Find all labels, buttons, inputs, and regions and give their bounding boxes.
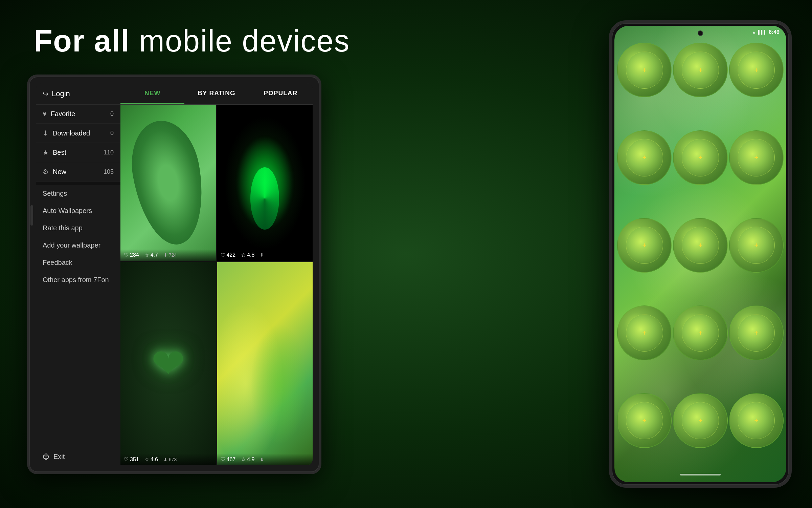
- sidebar-item-downloaded[interactable]: ⬇ Downloaded 0: [36, 124, 120, 143]
- lime-cell-12: [729, 305, 784, 360]
- tab-by-rating-label: BY RATING: [198, 89, 235, 97]
- lime-cell-15: [729, 393, 784, 448]
- hero-title: For all mobile devices: [34, 24, 350, 59]
- sidebar-item-feedback[interactable]: Feedback: [36, 254, 120, 271]
- tablet-body: ↪ Login ♥ Favorite 0 ⬇ Downloaded 0 ★ Be…: [27, 75, 321, 474]
- other-apps-label: Other apps from 7Fon: [43, 276, 109, 283]
- leaf-likes: ♡ 284: [124, 252, 139, 258]
- tab-by-rating[interactable]: BY RATING: [184, 83, 248, 104]
- tablet-device: ↪ Login ♥ Favorite 0 ⬇ Downloaded 0 ★ Be…: [27, 75, 321, 474]
- sidebar-item-auto-wallpapers[interactable]: Auto Wallpapers: [36, 202, 120, 219]
- phone-wallpaper: ▲ ▌▌▌ 6:49: [614, 26, 786, 482]
- wallpaper-grid: ♡ 284 ☆ 4.7 ⬇ 724 ♡ 422 ☆ 4.8 ⬇: [120, 105, 313, 465]
- sidebar-item-favorite[interactable]: ♥ Favorite 0: [36, 105, 120, 124]
- lime-cell-7: [617, 218, 672, 273]
- sidebar-item-exit[interactable]: ⏻ Exit: [36, 448, 120, 465]
- wallpaper-heart-overlay: ♡ 351 ☆ 4.6 ⬇ 673: [120, 453, 216, 465]
- lime-cell-6: [729, 130, 784, 185]
- abstract-downloads: ⬇: [260, 457, 264, 462]
- rate-app-label: Rate this app: [43, 224, 83, 232]
- heart-rating: ☆ 4.6: [144, 456, 158, 463]
- star-icon: ★: [43, 148, 49, 156]
- tablet-screen: ↪ Login ♥ Favorite 0 ⬇ Downloaded 0 ★ Be…: [36, 83, 313, 465]
- main-content: NEW BY RATING POPULAR ♡ 284 ☆ 4.7: [120, 83, 313, 465]
- login-button[interactable]: ↪ Login: [36, 83, 120, 105]
- wallpaper-heart[interactable]: ❤ ♡ 351 ☆ 4.6 ⬇ 673: [120, 262, 216, 466]
- leaf-rating: ☆ 4.7: [144, 252, 158, 258]
- tab-new-label: NEW: [144, 89, 160, 97]
- sidebar-separator: [36, 182, 120, 185]
- download-icon: ⬇: [43, 129, 48, 137]
- sidebar-item-settings[interactable]: Settings: [36, 185, 120, 202]
- wallpaper-leaf[interactable]: ♡ 284 ☆ 4.7 ⬇ 724: [120, 105, 216, 261]
- lime-cell-14: [673, 393, 727, 448]
- best-count: 110: [104, 149, 114, 156]
- tab-popular[interactable]: POPULAR: [249, 83, 313, 104]
- sidebar-item-best[interactable]: ★ Best 110: [36, 143, 120, 162]
- fractal-rating: ☆ 4.8: [241, 252, 254, 258]
- sidebar-item-add-wallpaper[interactable]: Add your wallpaper: [36, 237, 120, 254]
- lime-cell-5: [673, 130, 727, 185]
- sidebar-item-rate-app[interactable]: Rate this app: [36, 219, 120, 237]
- sidebar-item-other-apps[interactable]: Other apps from 7Fon: [36, 271, 120, 289]
- login-icon: ↪: [43, 90, 48, 98]
- phone-home-indicator: [680, 474, 721, 475]
- lime-cell-4: [617, 130, 672, 185]
- tab-new[interactable]: NEW: [120, 83, 184, 104]
- hero-bold: For all: [34, 24, 130, 58]
- abstract-rating: ☆ 4.9: [241, 456, 254, 463]
- gear-icon: ⚙: [43, 168, 49, 176]
- lime-cell-10: [617, 305, 672, 360]
- wallpaper-abstract-overlay: ♡ 467 ☆ 4.9 ⬇: [217, 453, 313, 465]
- phone-device: ▲ ▌▌▌ 6:49: [609, 20, 792, 488]
- feedback-label: Feedback: [43, 259, 72, 266]
- wallpaper-fractal[interactable]: ♡ 422 ☆ 4.8 ⬇: [217, 105, 313, 261]
- settings-label: Settings: [43, 190, 67, 197]
- leaf-downloads: ⬇ 724: [163, 252, 177, 258]
- tablet-volume-button: [30, 205, 33, 226]
- best-label: Best: [53, 149, 66, 156]
- sidebar-item-new[interactable]: ⚙ New 105: [36, 162, 120, 182]
- wifi-icon: ▲: [752, 30, 756, 35]
- phone-time: 6:49: [769, 29, 780, 35]
- phone-screen: ▲ ▌▌▌ 6:49: [614, 26, 786, 482]
- tab-bar: NEW BY RATING POPULAR: [120, 83, 313, 105]
- downloaded-count: 0: [110, 130, 114, 137]
- lime-cell-2: [673, 43, 727, 97]
- login-label: Login: [52, 89, 70, 98]
- add-wallpaper-label: Add your wallpaper: [43, 241, 100, 249]
- heart-likes: ♡ 351: [124, 456, 139, 463]
- fractal-downloads: ⬇: [260, 252, 264, 258]
- phone-status-bar: ▲ ▌▌▌ 6:49: [614, 26, 786, 37]
- lime-cell-11: [673, 305, 727, 360]
- downloaded-label: Downloaded: [52, 129, 90, 137]
- wallpaper-fractal-overlay: ♡ 422 ☆ 4.8 ⬇: [217, 249, 313, 261]
- heart-downloads: ⬇ 673: [163, 457, 177, 462]
- phone-body: ▲ ▌▌▌ 6:49: [609, 20, 792, 488]
- abstract-likes: ♡ 467: [221, 456, 236, 463]
- wallpaper-leaf-overlay: ♡ 284 ☆ 4.7 ⬇ 724: [120, 249, 216, 261]
- sidebar: ↪ Login ♥ Favorite 0 ⬇ Downloaded 0 ★ Be…: [36, 83, 120, 465]
- new-label: New: [53, 168, 66, 176]
- auto-wallpapers-label: Auto Wallpapers: [43, 207, 92, 214]
- tab-popular-label: POPULAR: [264, 89, 297, 97]
- lime-wallpaper-grid: [614, 26, 786, 482]
- heart-shape: ❤: [151, 340, 185, 387]
- wallpaper-abstract[interactable]: ♡ 467 ☆ 4.9 ⬇: [217, 262, 313, 466]
- favorite-label: Favorite: [51, 110, 75, 118]
- favorite-count: 0: [110, 110, 114, 118]
- power-icon: ⏻: [43, 453, 49, 461]
- lime-cell-9: [729, 218, 784, 273]
- exit-label: Exit: [53, 453, 65, 461]
- fractal-likes: ♡ 422: [221, 252, 236, 258]
- lime-cell-3: [729, 43, 784, 97]
- signal-icon: ▌▌▌: [758, 30, 767, 35]
- heart-icon: ♥: [43, 110, 47, 118]
- hero-rest: mobile devices: [130, 24, 350, 58]
- lime-cell-8: [673, 218, 727, 273]
- new-count: 105: [104, 168, 114, 175]
- lime-cell-1: [617, 43, 672, 97]
- lime-cell-13: [617, 393, 672, 448]
